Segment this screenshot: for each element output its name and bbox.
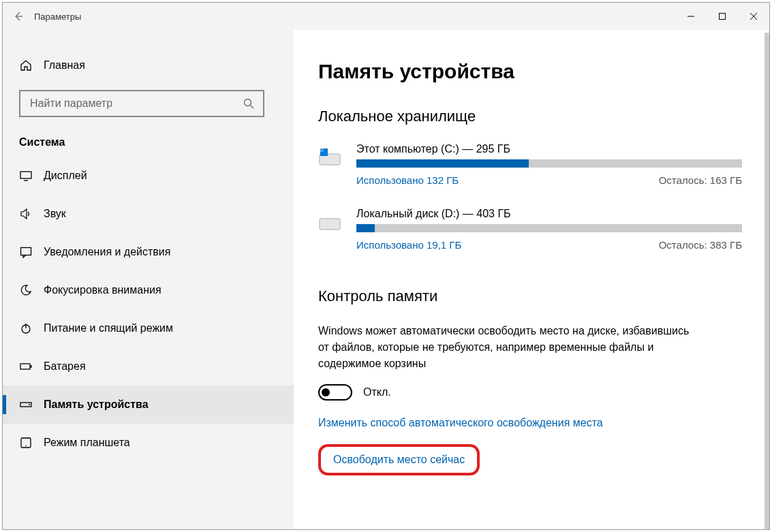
moon-icon	[19, 283, 44, 297]
svg-rect-5	[20, 364, 30, 369]
battery-icon	[19, 360, 44, 373]
monitor-icon	[19, 169, 44, 183]
speaker-icon	[19, 207, 44, 221]
back-button[interactable]	[3, 3, 34, 30]
svg-rect-2	[20, 172, 31, 178]
sidebar-item-display[interactable]: Дисплей	[3, 157, 294, 195]
svg-rect-0	[720, 14, 726, 20]
drive-remaining: Осталось: 163 ГБ	[659, 174, 742, 186]
drive-bar	[356, 159, 742, 168]
sidebar-item-label: Режим планшета	[44, 437, 130, 449]
drive-c[interactable]: Этот компьютер (C:) — 295 ГБ Использован…	[318, 143, 742, 186]
drive-used: Использовано 19,1 ГБ	[356, 239, 461, 251]
svg-point-10	[25, 445, 27, 447]
drive-used: Использовано 132 ГБ	[356, 174, 459, 186]
sidebar-item-label: Звук	[44, 208, 66, 220]
svg-rect-6	[31, 365, 32, 368]
sidebar-item-sound[interactable]: Звук	[3, 195, 294, 233]
section-local-storage: Локальное хранилище	[318, 108, 742, 125]
svg-point-8	[29, 404, 30, 405]
search-icon	[243, 97, 255, 110]
sidebar-item-storage[interactable]: Память устройства	[3, 386, 294, 424]
svg-point-1	[245, 99, 251, 106]
storage-sense-toggle[interactable]	[318, 384, 352, 401]
search-box[interactable]	[19, 90, 264, 117]
svg-rect-3	[21, 248, 31, 255]
drive-bar	[356, 224, 742, 232]
section-storage-sense: Контроль памяти	[318, 287, 742, 305]
storage-sense-desc: Windows может автоматически освободить м…	[318, 323, 700, 372]
sidebar-item-notifications[interactable]: Уведомления и действия	[3, 233, 294, 271]
drive-title: Этот компьютер (C:) — 295 ГБ	[356, 143, 742, 155]
drive-title: Локальный диск (D:) — 403 ГБ	[356, 208, 742, 220]
svg-rect-14	[320, 219, 340, 230]
page-heading: Память устройства	[318, 60, 742, 83]
close-button[interactable]	[738, 3, 769, 30]
disk-d-icon	[318, 208, 356, 251]
free-space-now-link[interactable]: Освободить место сейчас	[333, 454, 465, 466]
sidebar-item-label: Питание и спящий режим	[44, 322, 173, 334]
disk-c-icon	[318, 143, 356, 186]
tablet-icon	[19, 436, 44, 450]
free-space-now-highlight: Освободить место сейчас	[318, 444, 480, 475]
drive-remaining: Осталось: 383 ГБ	[659, 239, 742, 251]
svg-rect-13	[320, 148, 324, 152]
sidebar-item-label: Батарея	[44, 360, 86, 373]
sidebar-item-battery[interactable]: Батарея	[3, 347, 294, 386]
sidebar-item-power[interactable]: Питание и спящий режим	[3, 309, 294, 347]
search-input[interactable]	[29, 97, 243, 110]
sidebar-item-focus[interactable]: Фокусировка внимания	[3, 271, 294, 309]
maximize-button[interactable]	[707, 3, 738, 30]
toggle-state-label: Откл.	[363, 386, 391, 398]
chat-icon	[19, 245, 44, 259]
home-label: Главная	[44, 59, 85, 72]
content-pane: Память устройства Локальное хранилище Эт…	[294, 30, 769, 529]
minimize-button[interactable]	[675, 3, 707, 30]
sidebar-item-label: Память устройства	[44, 398, 149, 411]
change-auto-free-link[interactable]: Изменить способ автоматического освобожд…	[318, 417, 603, 429]
home-link[interactable]: Главная	[3, 46, 294, 84]
sidebar: Главная Система Дисплей Звук Уведомления…	[3, 30, 294, 529]
drive-icon	[19, 398, 44, 411]
sidebar-item-label: Фокусировка внимания	[44, 284, 161, 296]
window-title: Параметры	[34, 12, 81, 22]
category-label: Система	[3, 129, 294, 157]
sidebar-item-label: Дисплей	[44, 170, 87, 182]
drive-d[interactable]: Локальный диск (D:) — 403 ГБ Использован…	[318, 208, 742, 251]
home-icon	[19, 59, 44, 72]
sidebar-item-label: Уведомления и действия	[44, 246, 170, 258]
sidebar-item-tablet[interactable]: Режим планшета	[3, 424, 294, 462]
scrollbar[interactable]	[765, 33, 769, 529]
power-icon	[19, 322, 44, 335]
